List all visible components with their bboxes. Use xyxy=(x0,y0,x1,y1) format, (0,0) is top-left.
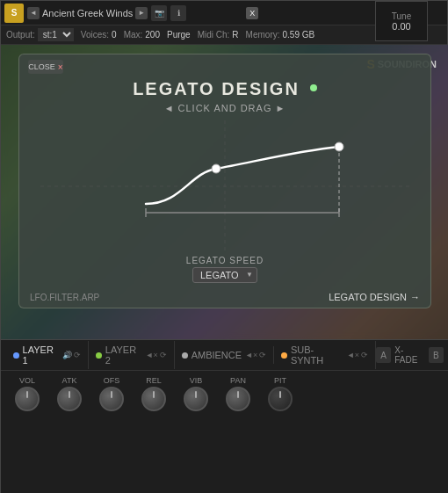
tab-lfo-filter-arp[interactable]: LFO.FILTER.ARP xyxy=(30,293,99,302)
modal-subtitle: ◄ CLICK AND DRAG ► xyxy=(164,103,286,113)
modal-active-tab[interactable]: LEGATO DESIGN → xyxy=(329,292,420,302)
modal-close-button[interactable]: CLOSE × xyxy=(28,60,63,74)
layer1-dot xyxy=(13,352,19,359)
atk-knob[interactable] xyxy=(57,387,82,411)
ab-section: A X-FADE B xyxy=(376,345,444,365)
modal-status-dot xyxy=(310,84,317,91)
output-item: Output: st:1 xyxy=(6,28,74,41)
tune-box: Tune 0.00 xyxy=(375,1,428,41)
knob-vib-item: VIB xyxy=(177,376,215,411)
ofs-knob[interactable] xyxy=(99,387,124,411)
vib-knob[interactable] xyxy=(184,387,208,411)
curve-area[interactable] xyxy=(40,120,409,252)
layer2-icons: ◄× ⟳ xyxy=(145,351,166,359)
tab-subsynth[interactable]: SUB-SYNTH ◄× ⟳ xyxy=(274,341,376,369)
b-button[interactable]: B xyxy=(429,347,444,363)
modal-nav-tabs: LFO.FILTER.ARP xyxy=(30,293,99,302)
camera-icon[interactable]: 📷 xyxy=(151,5,167,21)
legato-speed-wrapper[interactable]: LEGATO FAST SLOW xyxy=(192,265,257,283)
kontakt-logo: S xyxy=(4,4,24,23)
subsynth-dot xyxy=(281,352,287,359)
voices-item: Voices: 0 xyxy=(81,30,117,40)
legato-curve-svg xyxy=(40,120,409,252)
ambience-icons: ◄× ⟳ xyxy=(245,351,266,359)
nav-next-btn[interactable]: ► xyxy=(135,7,148,19)
knob-rel-item: REL xyxy=(134,376,173,411)
nav-prev-btn[interactable]: ◄ xyxy=(27,7,40,19)
rel-knob[interactable] xyxy=(141,387,166,411)
midi-item: Midi Ch: R xyxy=(198,30,239,40)
subsynth-icons: ◄× ⟳ xyxy=(347,351,368,359)
modal-title: LEGATO DESIGN xyxy=(133,76,300,99)
bottom-controls: VOL ATK OFS REL VIB PAN xyxy=(1,371,448,493)
info-icon[interactable]: ℹ xyxy=(170,5,186,21)
svg-point-6 xyxy=(212,164,220,173)
instrument-title: Ancient Greek Winds xyxy=(42,8,133,18)
max-item: Max: 200 xyxy=(124,30,160,40)
ambience-dot xyxy=(182,352,188,359)
xfade-label: X-FADE xyxy=(394,345,425,365)
modal-close-icon: × xyxy=(58,62,63,72)
knob-row: VOL ATK OFS REL VIB PAN xyxy=(1,371,448,417)
output-select[interactable]: st:1 xyxy=(38,28,74,41)
knob-vol-item: VOL xyxy=(8,376,47,411)
close-button[interactable]: X xyxy=(246,7,258,19)
legato-modal: CLOSE × LEGATO DESIGN ◄ CLICK AND DRAG ► xyxy=(18,54,431,308)
layer-tabs: LAYER 1 🔊 ⟳ LAYER 2 ◄× ⟳ AMBIENCE ◄× ⟳ S xyxy=(1,339,448,371)
tab-layer2[interactable]: LAYER 2 ◄× ⟳ xyxy=(89,341,174,369)
modal-header: CLOSE × xyxy=(19,54,430,76)
purge-item[interactable]: Purge xyxy=(167,30,191,40)
legato-speed-select[interactable]: LEGATO FAST SLOW xyxy=(192,267,257,283)
layer2-dot xyxy=(96,352,102,359)
tab-layer1[interactable]: LAYER 1 🔊 ⟳ xyxy=(6,341,89,369)
memory-item: Memory: 0.59 GB xyxy=(246,30,315,40)
legato-speed-section: LEGATO SPEED LEGATO FAST SLOW xyxy=(186,256,264,283)
knob-pit-item: PIT xyxy=(261,376,300,411)
pan-knob[interactable] xyxy=(226,387,250,411)
a-button[interactable]: A xyxy=(376,347,391,363)
layer1-icons: 🔊 ⟳ xyxy=(62,351,81,359)
knob-pan-item: PAN xyxy=(219,376,257,411)
vol-knob[interactable] xyxy=(15,387,40,411)
instrument-container: S ◄ Ancient Greek Winds ► 📷 ℹ X Output: … xyxy=(0,0,448,493)
tab-ambience[interactable]: AMBIENCE ◄× ⟳ xyxy=(175,346,275,364)
modal-title-row: LEGATO DESIGN xyxy=(133,76,317,99)
knob-atk-item: ATK xyxy=(50,376,89,411)
knob-ofs-item: OFS xyxy=(92,376,131,411)
pit-knob[interactable] xyxy=(268,387,293,411)
svg-point-7 xyxy=(335,142,343,151)
modal-bottom-bar: LFO.FILTER.ARP LEGATO DESIGN → xyxy=(19,286,430,308)
legato-speed-label: LEGATO SPEED xyxy=(186,256,264,265)
